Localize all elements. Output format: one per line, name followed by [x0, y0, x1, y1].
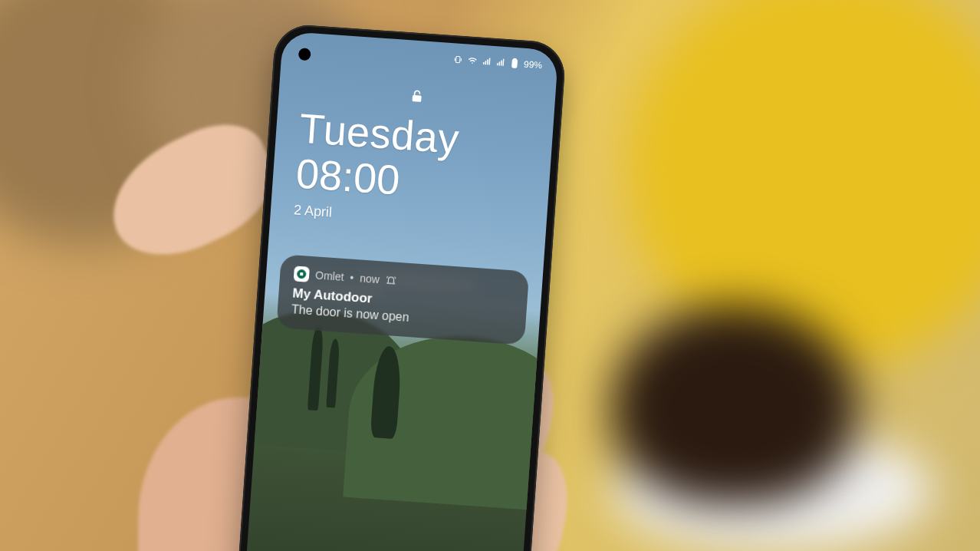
notification-timestamp: now: [360, 272, 380, 285]
svg-rect-7: [501, 61, 502, 66]
svg-rect-9: [512, 59, 518, 68]
bg-kettle: [627, 0, 980, 368]
phone-frame: 99% Tuesday 08:00 2 April Omlet • now My…: [235, 23, 567, 551]
svg-rect-6: [498, 61, 500, 65]
notification-app-name: Omlet: [315, 269, 344, 283]
signal-icon: [496, 58, 506, 68]
battery-percent: 99%: [524, 59, 543, 71]
svg-rect-3: [487, 59, 488, 64]
svg-rect-4: [488, 58, 490, 65]
vibrate-icon: [453, 54, 463, 64]
signal-icon: [482, 57, 492, 67]
status-bar: 99%: [453, 54, 543, 71]
svg-rect-2: [485, 61, 486, 64]
svg-rect-1: [483, 62, 485, 64]
notification-separator: •: [350, 272, 354, 284]
battery-icon: [510, 58, 520, 69]
svg-rect-10: [514, 58, 516, 60]
lockscreen-clock: Tuesday 08:00 2 April: [293, 107, 460, 230]
lockscreen-date: 2 April: [293, 203, 454, 230]
phone-screen[interactable]: 99% Tuesday 08:00 2 April Omlet • now My…: [244, 31, 559, 551]
bg-coffee: [612, 305, 857, 505]
svg-rect-8: [502, 59, 504, 66]
svg-rect-5: [497, 63, 498, 65]
bell-icon: [385, 275, 396, 286]
svg-rect-11: [412, 95, 421, 102]
camera-hole: [298, 48, 311, 61]
unlock-icon: [409, 87, 426, 107]
wifi-icon: [467, 56, 478, 66]
svg-rect-0: [455, 56, 460, 62]
app-icon: [294, 266, 310, 282]
